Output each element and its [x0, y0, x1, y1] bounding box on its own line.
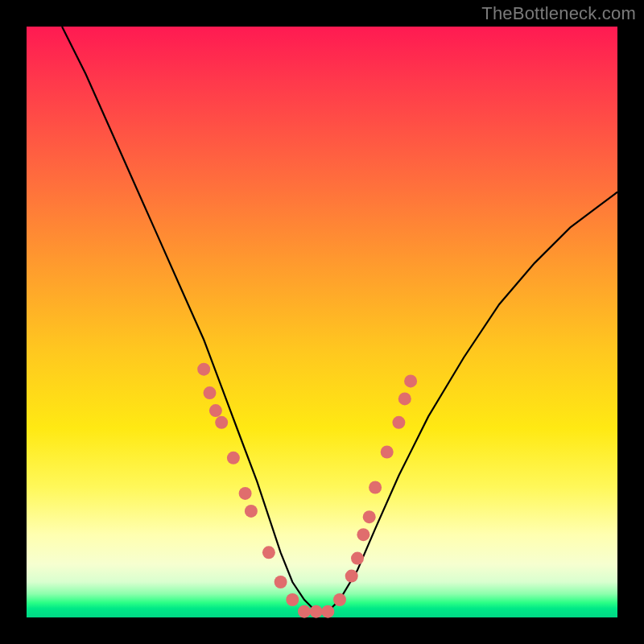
data-marker — [369, 481, 382, 494]
data-marker — [227, 452, 240, 464]
data-marker — [215, 416, 228, 429]
data-marker — [345, 570, 358, 583]
plot-area — [27, 27, 617, 617]
chart-frame: TheBottleneck.com — [0, 0, 644, 644]
marker-group — [197, 363, 417, 618]
data-marker — [286, 593, 299, 606]
data-marker — [381, 446, 394, 459]
data-marker — [404, 374, 417, 387]
data-marker — [209, 404, 222, 417]
data-marker — [398, 392, 411, 405]
data-marker — [275, 576, 287, 588]
data-marker — [321, 605, 334, 618]
data-marker — [262, 546, 275, 559]
data-marker — [357, 528, 369, 541]
data-marker — [333, 593, 346, 606]
data-marker — [310, 605, 323, 618]
watermark-text: TheBottleneck.com — [481, 3, 636, 24]
data-marker — [245, 505, 258, 518]
curve-svg — [27, 27, 617, 617]
data-marker — [363, 510, 376, 523]
data-marker — [204, 386, 217, 399]
data-marker — [351, 552, 364, 565]
data-marker — [298, 605, 311, 618]
data-marker — [239, 487, 252, 500]
data-marker — [197, 363, 210, 376]
data-marker — [392, 416, 405, 429]
bottleneck-curve — [62, 27, 617, 612]
